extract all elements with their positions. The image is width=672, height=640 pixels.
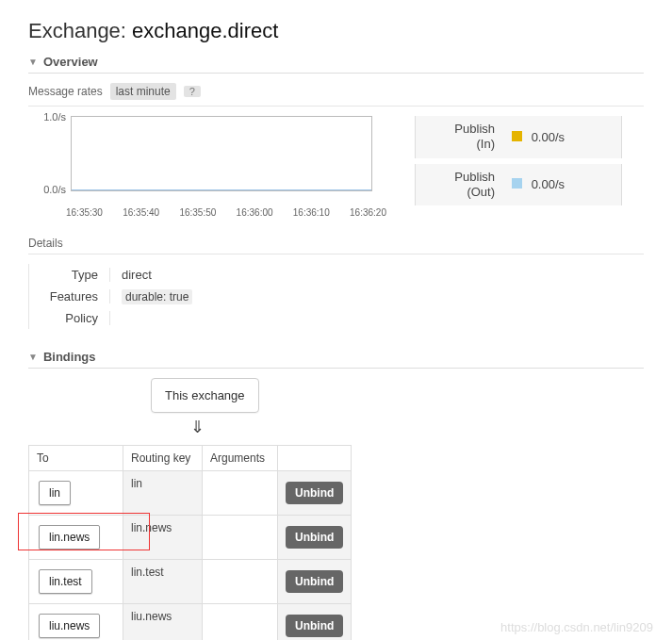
arguments-cell [203,560,278,604]
x-tick: 16:36:10 [293,207,330,218]
details-label: Details [28,237,644,254]
table-row: lin.test lin.test Unbind [29,560,352,604]
unbind-button[interactable]: Unbind [286,570,343,593]
legend: Publish(In) 0.00/s Publish(Out) 0.00/s [415,116,622,205]
queue-link[interactable]: lin.news [39,525,100,550]
y-min-label: 0.0/s [28,184,66,195]
down-arrow-icon: ⇓ [190,413,644,443]
rates-chart: 1.0/s 0.0/s 16:35:30 16:35:40 16:35:50 1… [28,112,386,216]
detail-val-policy [110,311,122,325]
rates-range-select[interactable]: last minute [110,83,176,100]
square-icon [512,131,522,141]
arguments-cell [203,604,278,641]
detail-key-features: Features [29,289,110,304]
x-tick: 16:35:30 [66,207,103,218]
legend-value: 0.00/s [532,130,565,144]
unbind-button[interactable]: Unbind [286,482,343,504]
col-routing-key: Routing key [123,446,203,471]
routing-key-cell: lin.test [123,560,203,604]
legend-publish-out: Publish(Out) 0.00/s [415,164,622,206]
message-rates-label: Message rates [28,85,103,98]
detail-key-type: Type [29,268,110,282]
arguments-cell [203,471,278,516]
this-exchange-box: This exchange [151,378,259,413]
square-icon [512,178,522,189]
help-icon[interactable]: ? [184,86,201,97]
details-table: Type direct Features durable: true Polic… [28,264,644,329]
chart-plot-area [71,116,372,191]
legend-value-wrap: 0.00/s [512,177,565,191]
x-tick: 16:35:50 [179,207,216,218]
x-tick: 16:35:40 [123,207,159,218]
col-arguments: Arguments [203,446,278,471]
x-tick: 16:36:20 [350,207,386,218]
title-prefix: Exchange: [28,19,126,42]
table-row: lin lin Unbind [29,471,352,516]
overview-toggle[interactable]: ▼ Overview [28,51,644,74]
bindings-toggle[interactable]: ▼ Bindings [28,346,644,369]
legend-value-wrap: 0.00/s [512,130,565,144]
chevron-down-icon: ▼ [28,352,38,362]
page-title: Exchange: exchange.direct [28,19,644,43]
unbind-button[interactable]: Unbind [286,615,343,637]
detail-key-policy: Policy [29,311,110,325]
overview-label: Overview [43,55,98,69]
x-tick: 16:36:00 [237,207,273,218]
legend-publish-in: Publish(In) 0.00/s [415,116,622,158]
detail-val-type: direct [110,268,152,282]
legend-label: Publish(In) [429,122,495,153]
y-max-label: 1.0/s [28,111,66,123]
col-action [278,446,352,471]
routing-key-cell: lin [123,471,203,516]
table-row: liu.news liu.news Unbind [29,604,352,641]
exchange-name: exchange.direct [132,19,278,42]
watermark: https://blog.csdn.net/lin9209 [500,620,653,634]
queue-link[interactable]: lin [39,481,71,505]
table-row: lin.news lin.news Unbind [29,516,352,560]
chart-series-line [72,189,371,190]
routing-key-cell: lin.news [123,516,203,560]
legend-value: 0.00/s [532,177,565,191]
unbind-button[interactable]: Unbind [286,526,343,549]
col-to: To [29,446,123,471]
legend-label: Publish(Out) [429,170,495,201]
bindings-label: Bindings [43,350,96,364]
routing-key-cell: liu.news [123,604,203,641]
queue-link[interactable]: liu.news [39,614,100,638]
bindings-table: To Routing key Arguments lin lin Unbind … [28,445,352,640]
detail-val-features: durable: true [110,289,192,304]
arguments-cell [203,516,278,560]
queue-link[interactable]: lin.test [39,569,92,594]
x-axis-ticks: 16:35:30 16:35:40 16:35:50 16:36:00 16:3… [66,207,386,218]
chevron-down-icon: ▼ [28,57,38,67]
